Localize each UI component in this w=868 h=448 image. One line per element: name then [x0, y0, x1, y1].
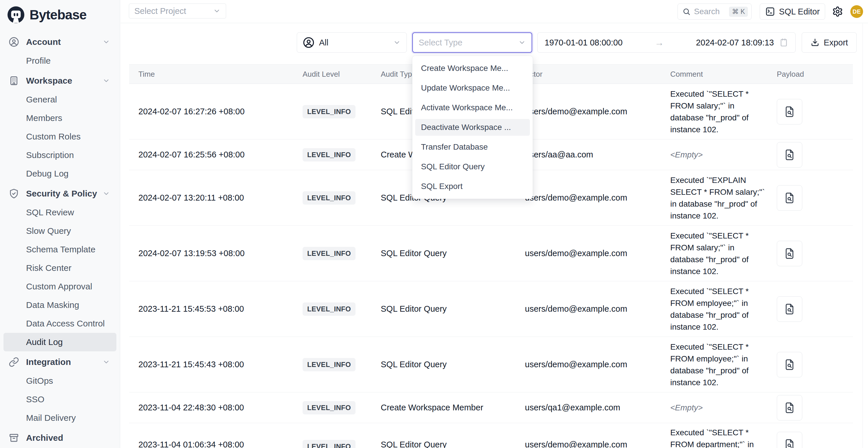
level-badge: LEVEL_INFO	[303, 105, 355, 118]
sidebar-item[interactable]: General	[3, 90, 116, 109]
sidebar-item[interactable]: Members	[3, 109, 116, 127]
sidebar-item[interactable]: Mail Delivery	[3, 409, 116, 427]
cell-actor: users/demo@example.com	[525, 337, 664, 392]
view-payload-button[interactable]	[777, 432, 802, 448]
view-payload-button[interactable]	[777, 296, 802, 322]
sidebar-item[interactable]: Risk Center	[3, 259, 116, 277]
table-row: 2023-11-04 01:06:34 +08:00 LEVEL_INFO SQ…	[129, 423, 853, 448]
view-payload-button[interactable]	[777, 352, 802, 377]
menu-item[interactable]: Transfer Database	[415, 139, 530, 155]
sidebar-item[interactable]: Custom Roles	[3, 127, 116, 146]
search-input[interactable]: Search ⌘ K	[678, 3, 752, 20]
audit-type-value: SQL Editor Query	[381, 440, 447, 448]
file-search-icon	[784, 439, 795, 448]
sidebar-group-workspace[interactable]: Workspace	[3, 71, 116, 90]
menu-item[interactable]: Activate Workspace Me...	[415, 99, 530, 116]
date-range-picker[interactable]: 1970-01-01 08:00:00 → 2024-02-07 18:09:1…	[537, 32, 796, 53]
header-time: Time	[138, 65, 295, 84]
header-payload: Payload	[777, 65, 811, 84]
bytebase-logo[interactable]: Bytebase	[0, 0, 120, 28]
menu-item-label: Create Workspace Me...	[421, 64, 508, 73]
menu-item[interactable]: Deactivate Workspace ...	[415, 119, 530, 136]
sidebar-group-security-policy[interactable]: Security & Policy	[3, 184, 116, 203]
scrollbar-track[interactable]	[863, 24, 863, 448]
cell-audit-level: LEVEL_INFO	[303, 392, 375, 423]
actor-filter-select[interactable]: All	[297, 32, 407, 53]
sidebar-group-account[interactable]: Account	[3, 32, 116, 52]
audit-log-page: All Select Type 1970-01-01 08:00:00 → 20…	[120, 24, 868, 448]
sidebar-group-archived[interactable]: Archived	[3, 428, 116, 447]
audit-type-value: Create Workspace Member	[381, 403, 483, 412]
cell-time: 2024-02-07 13:20:11 +08:00	[138, 170, 295, 225]
sidebar-item-label: SSO	[26, 394, 44, 404]
cell-audit-type: SQL Editor Query	[381, 337, 517, 392]
sidebar: Bytebase Account Profile Workspace	[0, 0, 120, 448]
export-button[interactable]: Export	[802, 32, 857, 53]
menu-item[interactable]: Create Workspace Me...	[415, 60, 530, 77]
sidebar-group-label: Security & Policy	[26, 189, 97, 198]
time-value: 2024-02-07 13:19:53 +08:00	[138, 249, 245, 258]
cell-payload	[777, 139, 811, 170]
project-select[interactable]: Select Project	[129, 3, 226, 19]
sidebar-item[interactable]: Audit Log	[3, 333, 116, 351]
sidebar-item-label: General	[26, 95, 57, 104]
actor-value: users/demo@example.com	[525, 304, 627, 314]
sidebar-item[interactable]: Custom Approval	[3, 277, 116, 296]
cell-payload	[777, 84, 811, 139]
sidebar-item-label: Schema Template	[26, 245, 96, 254]
menu-item-label: Update Workspace Me...	[421, 83, 510, 93]
cell-actor: users/aa@aa.com	[525, 139, 664, 170]
sql-editor-button[interactable]: SQL Editor	[760, 3, 825, 20]
view-payload-button[interactable]	[777, 185, 802, 211]
avatar[interactable]: DE	[850, 5, 863, 18]
cell-audit-level: LEVEL_INFO	[303, 139, 375, 170]
gear-icon[interactable]	[832, 6, 843, 17]
view-payload-button[interactable]	[777, 99, 802, 124]
actor-filter-value: All	[319, 38, 328, 47]
date-from-value: 1970-01-01 08:00:00	[545, 38, 622, 47]
sql-editor-label: SQL Editor	[779, 7, 820, 17]
sidebar-item-label: GitOps	[26, 376, 53, 386]
menu-item[interactable]: Update Workspace Me...	[415, 79, 530, 96]
search-placeholder: Search	[694, 7, 720, 16]
type-filter-select[interactable]: Select Type	[412, 32, 532, 53]
cell-audit-level: LEVEL_INFO	[303, 281, 375, 337]
actor-value: users/demo@example.com	[525, 249, 627, 258]
archive-icon	[9, 433, 19, 443]
type-filter-placeholder: Select Type	[418, 38, 462, 47]
menu-item-label: SQL Export	[421, 182, 463, 191]
chevron-down-icon	[518, 39, 526, 46]
cell-audit-type: SQL Editor Query	[381, 423, 517, 448]
sidebar-item-label: Audit Log	[26, 337, 63, 347]
cell-time: 2024-02-07 13:19:53 +08:00	[138, 226, 295, 281]
sidebar-group-integration[interactable]: Integration	[3, 352, 116, 372]
sidebar-item[interactable]: Subscription	[3, 146, 116, 164]
sidebar-item[interactable]: Debug Log	[3, 164, 116, 183]
view-payload-button[interactable]	[777, 241, 802, 266]
table-row: 2024-02-07 13:19:53 +08:00 LEVEL_INFO SQ…	[129, 226, 853, 281]
sidebar-item[interactable]: Slow Query	[3, 222, 116, 240]
menu-item[interactable]: SQL Export	[415, 178, 530, 195]
view-payload-button[interactable]	[777, 395, 802, 420]
sidebar-item[interactable]: Profile	[3, 52, 116, 70]
cell-actor: users/demo@example.com	[525, 84, 664, 139]
sidebar-item[interactable]: Schema Template	[3, 240, 116, 259]
file-search-icon	[784, 248, 795, 259]
level-badge: LEVEL_INFO	[303, 247, 355, 260]
download-icon	[810, 38, 820, 47]
sidebar-item[interactable]: Data Masking	[3, 296, 116, 314]
menu-item[interactable]: SQL Editor Query	[415, 158, 530, 175]
cell-comment: Executed `"SELECT * FROM department;"` i…	[670, 423, 772, 448]
sidebar-item-label: Data Access Control	[26, 319, 105, 328]
sidebar-item[interactable]: SQL Review	[3, 203, 116, 222]
sidebar-item[interactable]: GitOps	[3, 372, 116, 390]
sidebar-item-label: Members	[26, 113, 62, 123]
cell-audit-type: SQL Editor Query	[381, 281, 517, 337]
comment-text: <Empty>	[670, 149, 703, 161]
sidebar-item[interactable]: Data Access Control	[3, 314, 116, 333]
cell-payload	[777, 170, 811, 225]
table-row: 2023-11-21 15:45:43 +08:00 LEVEL_INFO SQ…	[129, 337, 853, 392]
type-filter-menu: Create Workspace Me... Update Workspace …	[412, 56, 533, 199]
view-payload-button[interactable]	[777, 142, 802, 167]
sidebar-item[interactable]: SSO	[3, 390, 116, 409]
